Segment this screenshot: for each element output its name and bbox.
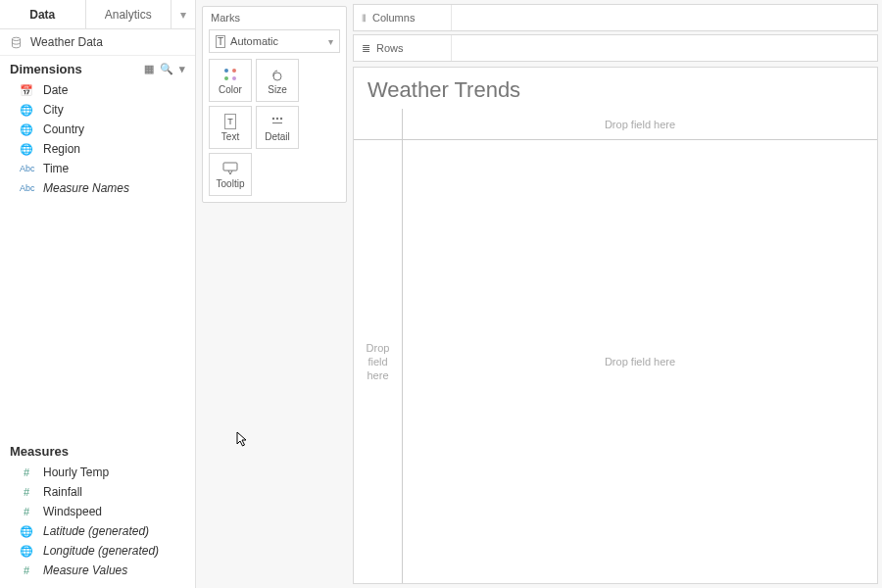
mark-size-button[interactable]: Size bbox=[256, 59, 299, 102]
datasource-name: Weather Data bbox=[30, 35, 103, 49]
database-icon bbox=[10, 36, 23, 49]
field-measure-values[interactable]: # Measure Values bbox=[0, 561, 195, 580]
calendar-icon: 📅 bbox=[20, 84, 33, 97]
abc-icon: Abc bbox=[20, 183, 33, 193]
mark-type-dropdown[interactable]: T Automatic bbox=[209, 29, 340, 53]
number-icon: # bbox=[20, 564, 33, 576]
measures-heading-label: Measures bbox=[10, 444, 69, 459]
spacer bbox=[0, 206, 195, 438]
globe-icon: 🌐 bbox=[20, 545, 33, 558]
marks-buttons: Color Size T Text Detail Tooltip bbox=[203, 59, 346, 202]
dimensions-heading-label: Dimensions bbox=[10, 62, 82, 76]
globe-icon: 🌐 bbox=[20, 123, 33, 136]
field-date[interactable]: 📅 Date bbox=[0, 80, 195, 100]
field-city[interactable]: 🌐 City bbox=[0, 100, 195, 120]
field-label: Rainfall bbox=[43, 485, 82, 499]
field-windspeed[interactable]: # Windspeed bbox=[0, 502, 195, 521]
svg-point-0 bbox=[12, 37, 20, 40]
text-icon: T bbox=[224, 114, 236, 129]
svg-point-4 bbox=[280, 117, 282, 119]
viz-body: Drop field here Drop field here Drop fie… bbox=[354, 109, 877, 583]
field-label: Time bbox=[43, 162, 69, 175]
field-measure-names[interactable]: Abc Measure Names bbox=[0, 178, 195, 198]
columns-icon: ⦀ bbox=[362, 12, 367, 24]
field-label: Date bbox=[43, 83, 68, 97]
mark-detail-button[interactable]: Detail bbox=[256, 106, 299, 149]
tooltip-icon bbox=[222, 161, 238, 176]
field-longitude[interactable]: 🌐 Longitude (generated) bbox=[0, 541, 195, 561]
globe-icon: 🌐 bbox=[20, 143, 33, 156]
mark-type-label: Automatic bbox=[230, 35, 278, 47]
field-label: Measure Names bbox=[43, 181, 129, 195]
field-label: Region bbox=[43, 142, 80, 156]
view-grid-icon[interactable]: ▦ bbox=[144, 63, 154, 75]
viz-col-drop[interactable]: Drop field here bbox=[403, 109, 877, 140]
svg-point-3 bbox=[276, 117, 278, 119]
measures-heading: Measures bbox=[0, 438, 195, 463]
field-region[interactable]: 🌐 Region bbox=[0, 139, 195, 159]
svg-rect-6 bbox=[223, 163, 237, 171]
dimensions-heading: Dimensions ▦ 🔍 ▾ bbox=[0, 56, 195, 80]
menu-caret-icon[interactable]: ▾ bbox=[179, 63, 185, 75]
mark-btn-label: Detail bbox=[265, 131, 290, 142]
field-time[interactable]: Abc Time bbox=[0, 159, 195, 178]
mark-text-button[interactable]: T Text bbox=[209, 106, 252, 149]
auto-icon: T bbox=[216, 35, 225, 48]
abc-icon: Abc bbox=[20, 164, 33, 173]
globe-icon: 🌐 bbox=[20, 104, 33, 117]
viz-canvas: Weather Trends Drop field here Drop fiel… bbox=[353, 67, 878, 584]
rows-drop-zone[interactable] bbox=[452, 35, 877, 61]
marks-pane: Marks T Automatic Color Size T Text Deta… bbox=[196, 0, 353, 588]
mark-btn-label: Color bbox=[219, 84, 242, 95]
size-icon bbox=[270, 67, 285, 82]
field-label: City bbox=[43, 103, 64, 117]
tab-data[interactable]: Data bbox=[0, 0, 86, 28]
field-label: Measure Values bbox=[43, 564, 127, 577]
field-label: Latitude (generated) bbox=[43, 524, 149, 538]
color-icon bbox=[223, 67, 237, 82]
field-hourly-temp[interactable]: # Hourly Temp bbox=[0, 463, 195, 482]
detail-icon bbox=[270, 114, 284, 129]
search-icon[interactable]: 🔍 bbox=[160, 63, 173, 75]
globe-icon: 🌐 bbox=[20, 525, 33, 538]
mark-tooltip-button[interactable]: Tooltip bbox=[209, 153, 252, 196]
columns-shelf[interactable]: ⦀ Columns bbox=[353, 4, 878, 31]
number-icon: # bbox=[20, 466, 33, 478]
rows-icon: ≣ bbox=[362, 42, 370, 55]
viz-title[interactable]: Weather Trends bbox=[354, 68, 877, 109]
field-latitude[interactable]: 🌐 Latitude (generated) bbox=[0, 521, 195, 541]
field-country[interactable]: 🌐 Country bbox=[0, 120, 195, 139]
field-label: Country bbox=[43, 122, 84, 136]
field-label: Hourly Temp bbox=[43, 466, 109, 479]
marks-title: Marks bbox=[203, 7, 346, 25]
side-tabs: Data Analytics ▾ bbox=[0, 0, 195, 29]
shelf-label-text: Columns bbox=[372, 12, 415, 24]
columns-shelf-label: ⦀ Columns bbox=[354, 5, 452, 30]
mark-color-button[interactable]: Color bbox=[209, 59, 252, 102]
field-label: Longitude (generated) bbox=[43, 544, 159, 558]
marks-card: Marks T Automatic Color Size T Text Deta… bbox=[202, 6, 347, 203]
number-icon: # bbox=[20, 506, 33, 517]
svg-point-2 bbox=[272, 117, 274, 119]
rows-shelf-label: ≣ Rows bbox=[354, 35, 452, 61]
data-pane: Data Analytics ▾ Weather Data Dimensions… bbox=[0, 0, 196, 588]
viz-row-drop[interactable]: Drop field here bbox=[354, 140, 403, 583]
viz-corner bbox=[354, 109, 403, 140]
canvas-pane: ⦀ Columns ≣ Rows Weather Trends Drop fie… bbox=[353, 0, 882, 588]
datasource-row[interactable]: Weather Data bbox=[0, 29, 195, 56]
shelf-label-text: Rows bbox=[376, 42, 404, 54]
dimensions-list: 📅 Date 🌐 City 🌐 Country 🌐 Region Abc Tim… bbox=[0, 80, 195, 206]
svg-point-1 bbox=[273, 73, 281, 80]
rows-shelf[interactable]: ≣ Rows bbox=[353, 34, 878, 62]
mark-btn-label: Text bbox=[221, 131, 239, 142]
tab-overflow-icon[interactable]: ▾ bbox=[172, 0, 195, 28]
columns-drop-zone[interactable] bbox=[452, 5, 877, 30]
tab-analytics[interactable]: Analytics bbox=[86, 0, 172, 28]
viz-main-drop[interactable]: Drop field here bbox=[403, 140, 877, 583]
mark-btn-label: Size bbox=[268, 84, 286, 95]
field-rainfall[interactable]: # Rainfall bbox=[0, 482, 195, 502]
field-label: Windspeed bbox=[43, 505, 102, 518]
mark-btn-label: Tooltip bbox=[217, 178, 245, 189]
number-icon: # bbox=[20, 486, 33, 498]
svg-rect-5 bbox=[272, 122, 282, 123]
